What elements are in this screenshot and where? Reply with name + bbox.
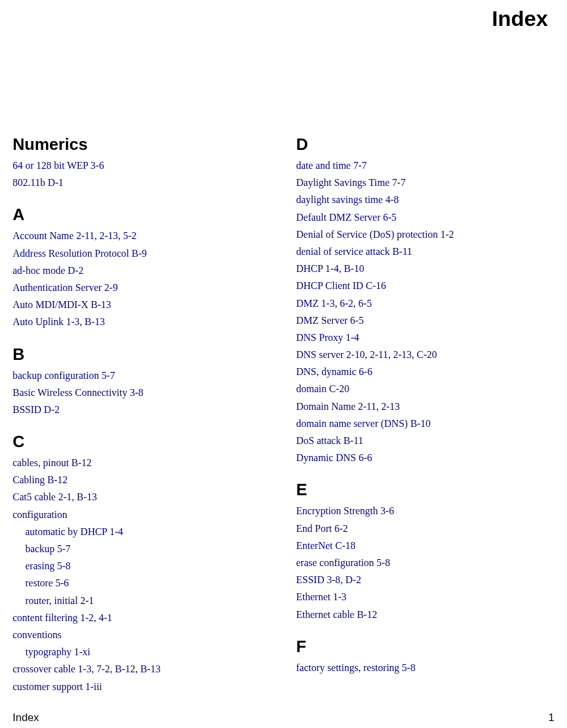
index-columns: Numerics64 or 128 bit WEP 3-6802.11b D-1… [13, 120, 548, 696]
index-entry[interactable]: backup configuration 5-7 [13, 368, 265, 383]
index-entry[interactable]: EnterNet C-18 [296, 538, 548, 553]
index-entry[interactable]: configuration [13, 507, 265, 522]
index-section-heading: Numerics [13, 135, 265, 154]
index-section-heading: E [296, 480, 548, 500]
index-entry[interactable]: Denial of Service (DoS) protection 1-2 [296, 227, 548, 242]
index-entry[interactable]: domain name server (DNS) B-10 [296, 416, 548, 431]
index-section-heading: C [13, 432, 265, 452]
index-entry[interactable]: Default DMZ Server 6-5 [296, 210, 548, 225]
index-entry[interactable]: customer support 1-iii [13, 679, 265, 694]
index-entry[interactable]: ESSID 3-8, D-2 [296, 572, 548, 587]
index-entry[interactable]: DHCP 1-4, B-10 [296, 261, 548, 276]
index-subentry[interactable]: automatic by DHCP 1-4 [25, 524, 265, 539]
index-entry[interactable]: 64 or 128 bit WEP 3-6 [13, 158, 265, 173]
index-entry[interactable]: Address Resolution Protocol B-9 [13, 246, 265, 261]
index-entry[interactable]: Account Name 2-11, 2-13, 5-2 [13, 228, 265, 243]
index-entry[interactable]: DMZ 1-3, 6-2, 6-5 [296, 296, 548, 311]
index-entry[interactable]: DNS Proxy 1-4 [296, 330, 548, 345]
index-entry[interactable]: conventions [13, 627, 265, 642]
page-title: Index [13, 6, 548, 31]
index-entry[interactable]: Daylight Savings Time 7-7 [296, 175, 548, 190]
left-column: Numerics64 or 128 bit WEP 3-6802.11b D-1… [13, 120, 265, 696]
index-subentry[interactable]: restore 5-6 [25, 576, 265, 590]
index-entry[interactable]: DHCP Client ID C-16 [296, 278, 548, 293]
index-entry[interactable]: 802.11b D-1 [13, 175, 265, 190]
index-entry[interactable]: Cabling B-12 [13, 472, 265, 487]
index-entry[interactable]: BSSID D-2 [13, 402, 265, 417]
index-entry[interactable]: cables, pinout B-12 [13, 455, 265, 470]
index-entry[interactable]: Cat5 cable 2-1, B-13 [13, 490, 265, 504]
index-entry[interactable]: content filtering 1-2, 4-1 [13, 610, 265, 625]
footer-right: 1 [549, 712, 554, 724]
index-section-heading: A [13, 205, 265, 225]
index-entry[interactable]: ad-hoc mode D-2 [13, 263, 265, 278]
index-section-heading: D [296, 135, 548, 154]
index-entry[interactable]: denial of service attack B-11 [296, 244, 548, 259]
right-column: Ddate and time 7-7Daylight Savings Time … [296, 120, 548, 696]
index-subentry[interactable]: router, initial 2-1 [25, 593, 265, 608]
index-entry[interactable]: domain C-20 [296, 381, 548, 396]
index-entry[interactable]: DoS attack B-11 [296, 433, 548, 448]
index-entry[interactable]: Encryption Strength 3-6 [296, 503, 548, 518]
index-entry[interactable]: Basic Wireless Connectivity 3-8 [13, 385, 265, 400]
index-entry[interactable]: DNS server 2-10, 2-11, 2-13, C-20 [296, 347, 548, 362]
index-entry[interactable]: Dynamic DNS 6-6 [296, 450, 548, 465]
index-entry[interactable]: Domain Name 2-11, 2-13 [296, 399, 548, 414]
index-entry[interactable]: DNS, dynamic 6-6 [296, 364, 548, 379]
index-subentry[interactable]: backup 5-7 [25, 541, 265, 556]
index-entry[interactable]: Ethernet cable B-12 [296, 607, 548, 622]
index-entry[interactable]: daylight savings time 4-8 [296, 192, 548, 207]
index-entry[interactable]: DMZ Server 6-5 [296, 313, 548, 328]
index-section-heading: B [13, 345, 265, 364]
index-entry[interactable]: Auto MDI/MDI-X B-13 [13, 297, 265, 312]
index-entry[interactable]: Auto Uplink 1-3, B-13 [13, 314, 265, 329]
index-entry[interactable]: factory settings, restoring 5-8 [296, 660, 548, 675]
index-entry[interactable]: crossover cable 1-3, 7-2, B-12, B-13 [13, 662, 265, 676]
index-entry[interactable]: erase configuration 5-8 [296, 555, 548, 570]
index-entry[interactable]: Authentication Server 2-9 [13, 280, 265, 295]
index-subentry[interactable]: typography 1-xi [25, 645, 265, 659]
index-section-heading: F [296, 637, 548, 657]
index-subentry[interactable]: erasing 5-8 [25, 558, 265, 573]
index-entry[interactable]: date and time 7-7 [296, 158, 548, 173]
footer-left: Index [13, 712, 39, 724]
index-entry[interactable]: End Port 6-2 [296, 521, 548, 536]
index-entry[interactable]: Ethernet 1-3 [296, 589, 548, 604]
page-footer: Index 1 [13, 712, 554, 724]
